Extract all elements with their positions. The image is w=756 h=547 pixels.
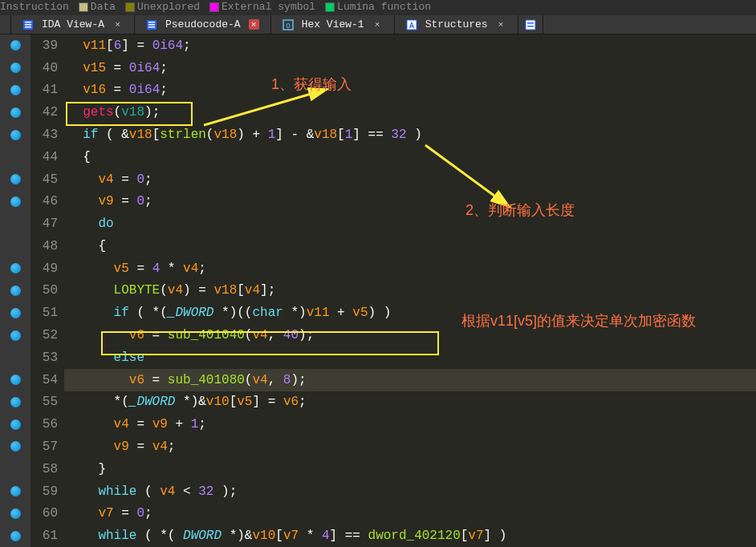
breakpoint-cell[interactable] [0, 124, 30, 146]
breakpoint-icon [10, 63, 21, 73]
code-line[interactable]: v16 = 0i64; [64, 79, 756, 102]
breakpoint-icon [10, 375, 21, 385]
tab-label: IDA View-A [42, 18, 104, 30]
legend-item: Data [79, 1, 116, 13]
breakpoint-cell[interactable] [0, 324, 30, 346]
code-line[interactable]: { [64, 146, 756, 168]
breakpoint-cell[interactable] [0, 213, 30, 235]
line-number: 49 [30, 257, 64, 280]
tab-handle[interactable] [0, 15, 11, 34]
line-number: 41 [30, 79, 64, 102]
svg-rect-3 [25, 26, 31, 28]
line-number: 47 [30, 213, 64, 235]
legend-item: Lumina function [325, 1, 431, 13]
code-line[interactable]: v6 = sub_401080(v4, 8); [64, 369, 756, 391]
code-line[interactable]: v11[6] = 0i64; [64, 34, 756, 57]
code-editor[interactable]: 3940414243444546474849505152535455565758… [0, 34, 756, 547]
close-icon[interactable]: × [112, 19, 123, 30]
breakpoint-icon [10, 85, 21, 95]
breakpoint-cell[interactable] [0, 436, 30, 458]
svg-rect-6 [148, 24, 155, 26]
tab-label: Hex View-1 [302, 18, 364, 30]
breakpoint-cell[interactable] [0, 235, 30, 257]
code-column[interactable]: 1、获得输入 2、判断输入长度 根据v11[v5]的值来决定单次加密函数 v11… [64, 34, 756, 547]
tab-structures[interactable]: A Structures × [395, 15, 518, 34]
breakpoint-cell[interactable] [0, 369, 30, 391]
breakpoint-cell[interactable] [0, 346, 30, 369]
line-number: 45 [30, 168, 64, 191]
code-line[interactable]: { [64, 235, 756, 257]
code-line[interactable]: while ( *( DWORD *)&v10[v7 * 4] == dword… [64, 525, 756, 547]
breakpoint-cell[interactable] [0, 391, 30, 414]
code-line[interactable]: v4 = 0; [64, 168, 756, 191]
code-line[interactable]: v9 = v4; [64, 436, 756, 458]
breakpoint-cell[interactable] [0, 502, 30, 525]
tab-bar: IDA View-A × Pseudocode-A × O Hex View-1… [0, 15, 756, 34]
breakpoint-icon [10, 509, 21, 519]
line-number: 54 [30, 369, 64, 391]
breakpoint-cell[interactable] [0, 57, 30, 79]
code-line[interactable]: while ( v4 < 32 ); [64, 480, 756, 503]
breakpoint-icon [10, 531, 21, 541]
code-line[interactable]: v15 = 0i64; [64, 57, 756, 79]
svg-rect-2 [25, 24, 31, 26]
line-number: 58 [30, 458, 64, 480]
line-number: 57 [30, 436, 64, 458]
code-line[interactable]: v4 = v9 + 1; [64, 413, 756, 436]
svg-rect-12 [526, 20, 535, 30]
code-line[interactable]: else [64, 346, 756, 369]
code-line[interactable]: v5 = 4 * v4; [64, 257, 756, 280]
svg-rect-7 [148, 26, 155, 28]
breakpoint-icon [10, 197, 21, 207]
tab-pseudocode[interactable]: Pseudocode-A × [135, 15, 271, 34]
code-line[interactable]: LOBYTE(v4) = v18[v4]; [64, 280, 756, 302]
code-line[interactable]: do [64, 213, 756, 235]
code-line[interactable]: } [64, 458, 756, 480]
breakpoint-cell[interactable] [0, 480, 30, 503]
line-number: 48 [30, 235, 64, 257]
svg-text:O: O [286, 22, 290, 30]
svg-rect-14 [527, 26, 534, 27]
code-line[interactable]: v6 = sub_401040(v4, 40); [64, 324, 756, 346]
breakpoint-cell[interactable] [0, 525, 30, 547]
tab-hex-view[interactable]: O Hex View-1 × [271, 15, 395, 34]
close-icon[interactable]: × [496, 19, 506, 30]
legend-item: Unexplored [125, 1, 200, 13]
svg-rect-1 [25, 22, 31, 23]
breakpoint-cell[interactable] [0, 257, 30, 280]
line-number: 44 [30, 146, 64, 168]
code-line[interactable]: gets(v18); [64, 101, 756, 124]
breakpoint-cell[interactable] [0, 302, 30, 324]
close-icon[interactable]: × [372, 19, 383, 30]
code-line[interactable]: v7 = 0; [64, 502, 756, 525]
breakpoint-cell[interactable] [0, 34, 30, 57]
tab-label: Structures [425, 18, 488, 30]
line-number: 39 [30, 34, 64, 57]
code-line[interactable]: *(_DWORD *)&v10[v5] = v6; [64, 391, 756, 414]
breakpoint-cell[interactable] [0, 168, 30, 191]
hex-icon: O [282, 19, 294, 30]
tab-extra[interactable] [518, 15, 543, 34]
breakpoint-gutter[interactable] [0, 34, 30, 547]
breakpoint-cell[interactable] [0, 190, 30, 213]
breakpoint-icon [10, 441, 21, 452]
code-line[interactable]: v9 = 0; [64, 190, 756, 213]
code-line[interactable]: if ( *(_DWORD *)((char *)v11 + v5) ) [64, 302, 756, 324]
svg-rect-5 [148, 22, 155, 23]
code-line[interactable]: if ( &v18[strlen(v18) + 1] - &v18[1] == … [64, 124, 756, 146]
legend-item: Instruction [0, 1, 69, 13]
breakpoint-icon [10, 40, 21, 51]
color-swatch-icon [125, 2, 135, 12]
breakpoint-cell[interactable] [0, 280, 30, 302]
breakpoint-cell[interactable] [0, 413, 30, 436]
close-icon[interactable]: × [249, 19, 259, 30]
tab-ida-view[interactable]: IDA View-A × [11, 15, 135, 34]
breakpoint-cell[interactable] [0, 101, 30, 124]
breakpoint-cell[interactable] [0, 146, 30, 168]
line-number: 60 [30, 502, 64, 525]
line-number: 53 [30, 346, 64, 369]
breakpoint-cell[interactable] [0, 458, 30, 480]
line-number: 55 [30, 391, 64, 414]
breakpoint-cell[interactable] [0, 79, 30, 102]
struct-icon: A [406, 19, 417, 30]
